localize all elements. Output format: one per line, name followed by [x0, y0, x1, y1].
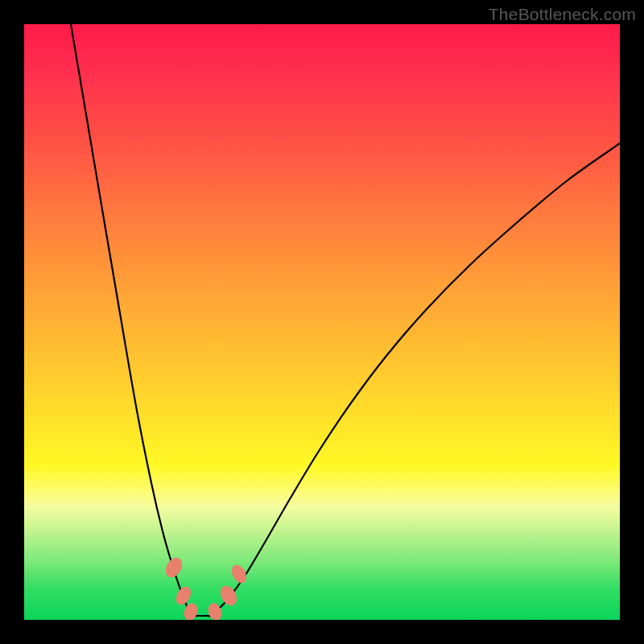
curve-marker: [182, 601, 200, 620]
attribution-text: TheBottleneck.com: [489, 5, 636, 24]
chart-plot-area: [24, 24, 620, 620]
bottleneck-curve-chart: [24, 24, 620, 620]
curve-marker: [206, 601, 225, 620]
curve-marker: [163, 555, 186, 580]
bottleneck-curve: [71, 24, 620, 617]
